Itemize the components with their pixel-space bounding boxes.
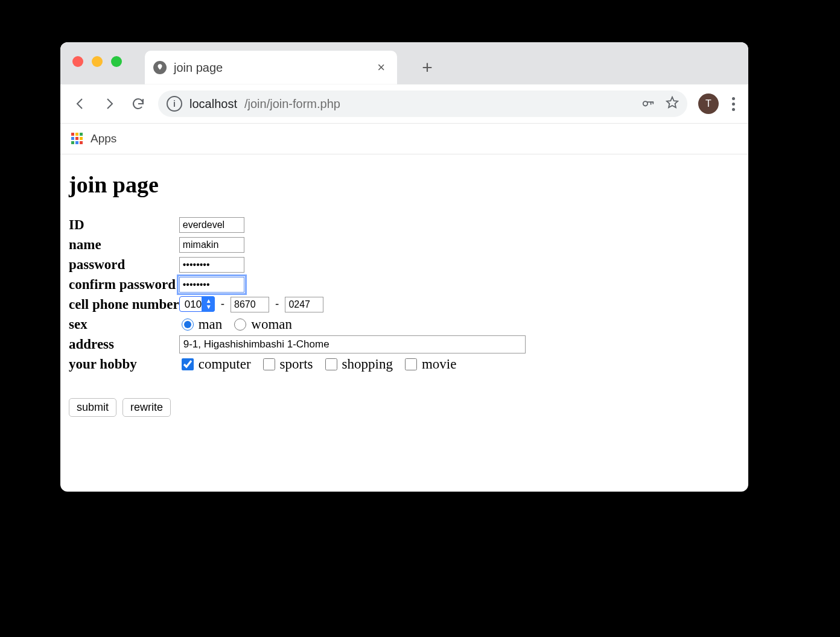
menu-button[interactable] xyxy=(730,97,737,111)
page-content: join page ID name password confirm passw… xyxy=(60,154,748,429)
phone-mid-field[interactable] xyxy=(231,297,269,312)
hobby-shopping-checkbox[interactable] xyxy=(325,358,337,370)
favicon-icon xyxy=(153,61,167,74)
name-field[interactable] xyxy=(179,237,244,253)
join-form: ID name password confirm password cell p… xyxy=(69,215,526,374)
reload-button[interactable] xyxy=(129,95,147,113)
hobby-sports-label: sports xyxy=(280,357,313,372)
sex-man-label: man xyxy=(199,317,223,332)
profile-avatar[interactable]: T xyxy=(698,93,719,114)
sex-man-radio[interactable] xyxy=(182,318,194,331)
confirm-password-field[interactable] xyxy=(179,277,244,293)
bookmark-star-icon[interactable] xyxy=(666,96,679,112)
close-window-button[interactable] xyxy=(72,56,83,67)
bookmarks-bar: Apps xyxy=(60,124,748,154)
minimize-window-button[interactable] xyxy=(92,56,103,67)
label-phone: cell phone number xyxy=(69,294,179,314)
browser-toolbar: i localhost/join/join-form.php T xyxy=(60,84,748,124)
address-field[interactable] xyxy=(179,335,526,353)
phone-prefix-select[interactable]: 010 xyxy=(179,296,215,312)
phone-dash-1: - xyxy=(217,297,228,310)
submit-button[interactable]: submit xyxy=(69,398,116,417)
label-password: password xyxy=(69,255,179,274)
phone-dash-2: - xyxy=(272,297,282,310)
hobby-movie-checkbox[interactable] xyxy=(405,358,417,370)
password-field[interactable] xyxy=(179,257,244,273)
close-tab-button[interactable]: × xyxy=(374,60,389,75)
label-sex: sex xyxy=(69,314,179,334)
id-field[interactable] xyxy=(179,217,244,233)
hobby-shopping-label: shopping xyxy=(342,357,393,372)
label-hobby: your hobby xyxy=(69,354,179,374)
browser-tab[interactable]: join page × xyxy=(145,51,397,84)
page-title: join page xyxy=(69,171,740,198)
tab-title: join page xyxy=(174,61,366,75)
rewrite-button[interactable]: rewrite xyxy=(122,398,171,417)
forward-button[interactable] xyxy=(100,95,118,113)
window-controls xyxy=(72,56,122,67)
label-address: address xyxy=(69,334,179,354)
password-key-icon[interactable] xyxy=(641,96,655,112)
hobby-sports-checkbox[interactable] xyxy=(263,358,275,370)
svg-marker-1 xyxy=(667,97,678,107)
hobby-computer-checkbox[interactable] xyxy=(182,358,194,370)
sex-woman-label: woman xyxy=(251,317,292,332)
phone-last-field[interactable] xyxy=(285,297,323,312)
browser-window: join page × + i localhost/join/join-form… xyxy=(60,42,748,492)
site-info-icon[interactable]: i xyxy=(167,96,182,112)
sex-woman-radio[interactable] xyxy=(234,318,246,331)
back-button[interactable] xyxy=(71,95,89,113)
tab-strip: join page × + xyxy=(60,42,748,84)
url-host: localhost xyxy=(189,97,237,111)
apps-label[interactable]: Apps xyxy=(91,132,116,145)
url-path: /join/join-form.php xyxy=(244,97,340,111)
label-id: ID xyxy=(69,215,179,235)
hobby-computer-label: computer xyxy=(199,357,251,372)
new-tab-button[interactable]: + xyxy=(415,51,439,84)
label-name: name xyxy=(69,235,179,255)
apps-icon[interactable] xyxy=(71,133,83,145)
maximize-window-button[interactable] xyxy=(111,56,122,67)
address-bar[interactable]: i localhost/join/join-form.php xyxy=(158,90,687,117)
label-confirm-password: confirm password xyxy=(69,274,179,294)
hobby-movie-label: movie xyxy=(422,357,457,372)
